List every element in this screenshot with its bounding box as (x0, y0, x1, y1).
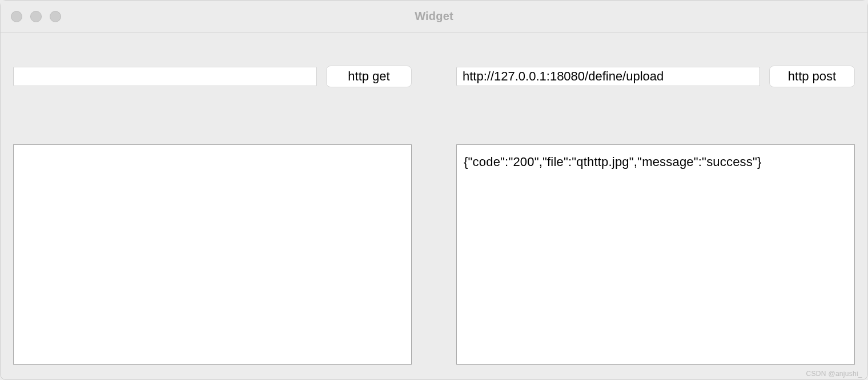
post-url-input[interactable] (456, 67, 760, 86)
titlebar: Widget (1, 1, 867, 33)
http-get-row: http get (13, 66, 412, 87)
content-area: http get http post (1, 33, 867, 379)
post-output-area[interactable] (456, 144, 855, 365)
close-icon[interactable] (11, 11, 22, 22)
app-window: Widget http get http post (0, 0, 868, 380)
get-output-area[interactable] (13, 144, 412, 365)
maximize-icon[interactable] (50, 11, 61, 22)
minimize-icon[interactable] (30, 11, 42, 22)
window-title: Widget (1, 10, 867, 23)
traffic-lights (11, 11, 61, 22)
get-url-input[interactable] (13, 67, 317, 86)
http-post-button[interactable]: http post (769, 66, 855, 87)
http-post-row: http post (456, 66, 855, 87)
http-get-button[interactable]: http get (326, 66, 412, 87)
